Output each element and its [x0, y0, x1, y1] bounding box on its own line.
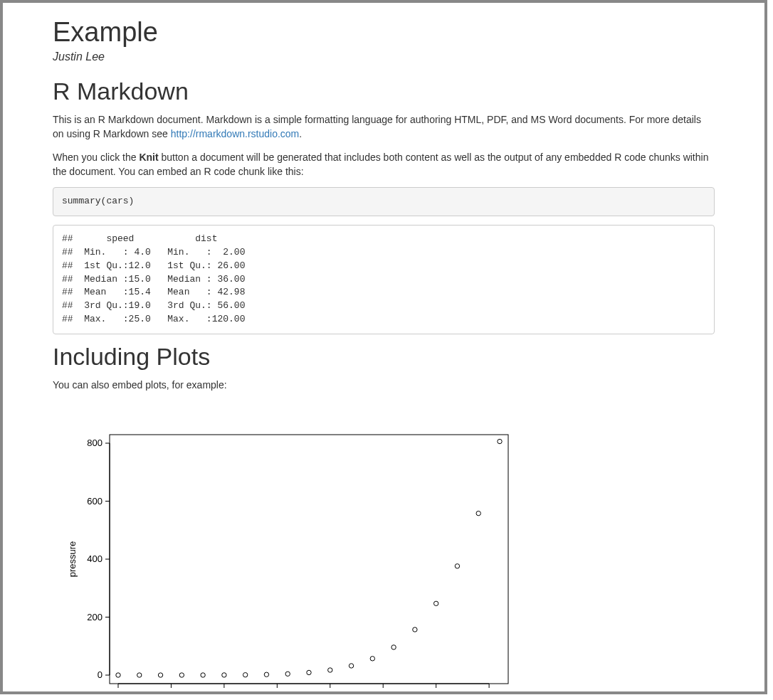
paragraph-text: When you click the: [53, 152, 139, 163]
svg-point-31: [137, 673, 142, 677]
svg-point-33: [179, 673, 184, 677]
svg-text:50: 50: [166, 691, 176, 694]
paragraph-plots: You can also embed plots, for example:: [53, 378, 715, 392]
svg-text:300: 300: [428, 691, 444, 694]
svg-text:600: 600: [87, 496, 102, 507]
svg-point-35: [222, 673, 226, 677]
svg-point-32: [158, 673, 162, 677]
svg-point-45: [433, 601, 438, 605]
scatter-plot-svg: 0501001502002503003500200400600800pressu…: [53, 420, 522, 694]
svg-text:800: 800: [87, 438, 102, 448]
svg-point-43: [391, 645, 396, 649]
svg-text:250: 250: [375, 691, 391, 694]
svg-text:400: 400: [87, 553, 102, 564]
doc-title: Example: [53, 17, 715, 48]
svg-text:100: 100: [216, 691, 232, 694]
svg-text:200: 200: [87, 612, 102, 622]
svg-point-48: [498, 440, 502, 444]
paragraph-text: This is an R Markdown document. Markdown…: [53, 114, 701, 139]
svg-point-39: [307, 670, 311, 674]
svg-point-46: [455, 564, 459, 568]
svg-point-42: [370, 657, 374, 661]
svg-point-40: [328, 668, 332, 672]
svg-text:150: 150: [269, 691, 285, 694]
svg-text:0: 0: [98, 669, 102, 680]
section-heading-plots: Including Plots: [53, 343, 715, 371]
svg-text:0: 0: [115, 691, 120, 694]
svg-point-30: [116, 673, 120, 677]
code-chunk-output: ## speed dist ## Min. : 4.0 Min. : 2.00 …: [53, 225, 715, 334]
svg-point-37: [264, 672, 268, 677]
knit-word: Knit: [139, 152, 158, 163]
svg-text:200: 200: [322, 691, 338, 694]
svg-point-47: [476, 511, 480, 516]
paragraph-intro: This is an R Markdown document. Markdown…: [53, 112, 715, 142]
rmarkdown-link[interactable]: http://rmarkdown.rstudio.com: [171, 128, 300, 139]
svg-point-36: [243, 673, 247, 677]
paragraph-knit: When you click the Knit button a documen…: [53, 150, 715, 179]
svg-point-34: [201, 673, 205, 677]
svg-point-44: [413, 627, 417, 632]
svg-text:pressure: pressure: [67, 541, 78, 578]
paragraph-text: .: [299, 128, 302, 139]
svg-text:350: 350: [481, 691, 497, 694]
code-chunk-input: summary(cars): [53, 187, 715, 216]
section-heading-rmarkdown: R Markdown: [53, 78, 715, 105]
doc-author: Justin Lee: [53, 51, 715, 63]
svg-rect-0: [110, 435, 508, 684]
svg-point-38: [285, 672, 290, 676]
svg-point-41: [349, 664, 353, 668]
pressure-plot: 0501001502002503003500200400600800pressu…: [53, 420, 715, 694]
